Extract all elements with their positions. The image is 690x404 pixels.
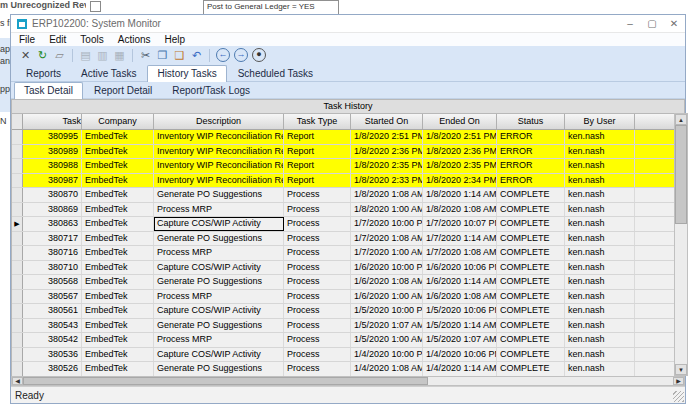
cell-task[interactable]: 380561	[23, 304, 82, 318]
cell-type[interactable]: Process	[284, 362, 351, 376]
cell-user[interactable]: ken.nash	[565, 130, 635, 144]
cell-task[interactable]: 380717	[23, 232, 82, 246]
cell-status[interactable]: COMPLETE	[497, 203, 565, 217]
table-row[interactable]: 380542EmbedTekProcess MRPProcess1/5/2020…	[12, 333, 674, 348]
cell-status[interactable]: ERROR	[497, 174, 565, 188]
cell-company[interactable]: EmbedTek	[82, 130, 154, 144]
cell-start[interactable]: 1/8/2020 1:00 AM	[351, 203, 423, 217]
table-row[interactable]: 380567EmbedTekProcess MRPProcess1/6/2020…	[12, 290, 674, 305]
cell-desc[interactable]: Inventory WIP Reconciliation Report	[154, 159, 284, 173]
table-row[interactable]: 380989EmbedTekInventory WIP Reconciliati…	[12, 145, 674, 160]
vertical-scrollbar[interactable]: ▲ ▼	[674, 113, 688, 376]
cell-company[interactable]: EmbedTek	[82, 275, 154, 289]
cell-company[interactable]: EmbedTek	[82, 261, 154, 275]
cell-status[interactable]: ERROR	[497, 145, 565, 159]
horizontal-scroll-track[interactable]	[428, 377, 673, 385]
row-selector[interactable]	[12, 130, 23, 144]
back-icon[interactable]: ←	[216, 48, 230, 62]
cell-fill[interactable]	[635, 145, 674, 159]
delete-icon[interactable]: ✕	[17, 47, 34, 63]
row-selector[interactable]	[12, 246, 23, 260]
cell-desc[interactable]: Generate PO Suggestions	[154, 362, 284, 376]
cell-task[interactable]: 380567	[23, 290, 82, 304]
cell-fill[interactable]	[635, 290, 674, 304]
cell-fill[interactable]	[635, 319, 674, 333]
cell-status[interactable]: COMPLETE	[497, 348, 565, 362]
cell-desc[interactable]: Capture COS/WIP Activity	[154, 261, 284, 275]
cell-status[interactable]: COMPLETE	[497, 304, 565, 318]
cell-type[interactable]: Process	[284, 188, 351, 202]
cell-task[interactable]: 380536	[23, 348, 82, 362]
cell-desc[interactable]: Generate PO Suggestions	[154, 188, 284, 202]
column-header-task[interactable]: Task	[23, 114, 82, 129]
cell-fill[interactable]	[635, 362, 674, 376]
cell-status[interactable]: COMPLETE	[497, 319, 565, 333]
cell-start[interactable]: 1/8/2020 2:36 PM	[351, 145, 423, 159]
cell-start[interactable]: 1/5/2020 10:00 PM	[351, 304, 423, 318]
row-selector[interactable]	[12, 145, 23, 159]
cell-end[interactable]: 1/8/2020 1:14 AM	[423, 188, 497, 202]
cell-start[interactable]: 1/7/2020 1:08 AM	[351, 232, 423, 246]
cell-task[interactable]: 380988	[23, 159, 82, 173]
row-selector[interactable]	[12, 319, 23, 333]
background-checkbox[interactable]	[90, 1, 101, 12]
cut-icon[interactable]: ✂	[137, 47, 154, 63]
undo-icon[interactable]: ↶	[188, 47, 205, 63]
cell-company[interactable]: EmbedTek	[82, 203, 154, 217]
cell-user[interactable]: ken.nash	[565, 333, 635, 347]
cell-company[interactable]: EmbedTek	[82, 362, 154, 376]
cell-company[interactable]: EmbedTek	[82, 333, 154, 347]
cell-company[interactable]: EmbedTek	[82, 246, 154, 260]
eraser-icon[interactable]: ▱	[51, 47, 68, 63]
cell-company[interactable]: EmbedTek	[82, 159, 154, 173]
cell-desc[interactable]: Inventory WIP Reconciliation Report	[154, 145, 284, 159]
scroll-left-icon[interactable]: ◀	[12, 377, 23, 385]
cell-end[interactable]: 1/6/2020 1:08 AM	[423, 290, 497, 304]
row-selector[interactable]	[12, 304, 23, 318]
cell-user[interactable]: ken.nash	[565, 159, 635, 173]
cell-end[interactable]: 1/4/2020 1:14 AM	[423, 362, 497, 376]
cell-status[interactable]: ERROR	[497, 159, 565, 173]
copy-icon[interactable]: ❐	[154, 47, 171, 63]
cell-task[interactable]: 380716	[23, 246, 82, 260]
cell-user[interactable]: ken.nash	[565, 203, 635, 217]
cell-company[interactable]: EmbedTek	[82, 319, 154, 333]
row-selector[interactable]	[12, 333, 23, 347]
cell-fill[interactable]	[635, 159, 674, 173]
cell-task[interactable]: 380543	[23, 319, 82, 333]
close-button[interactable]: ✕	[663, 16, 685, 31]
print-preview-icon[interactable]: ▥	[94, 47, 111, 63]
background-field-post-to-general-ledger[interactable]: Post to General Ledger = YES	[203, 0, 339, 15]
cell-start[interactable]: 1/7/2020 10:00 PM	[351, 217, 423, 231]
cell-desc[interactable]: Generate PO Suggestions	[154, 232, 284, 246]
cell-desc[interactable]: Capture COS/WIP Activity	[154, 217, 284, 231]
cell-company[interactable]: EmbedTek	[82, 290, 154, 304]
cell-end[interactable]: 1/6/2020 10:06 PM	[423, 261, 497, 275]
stop-icon[interactable]: ●	[252, 48, 266, 62]
scroll-down-icon[interactable]: ▼	[675, 364, 687, 375]
cell-task[interactable]: 380869	[23, 203, 82, 217]
cell-start[interactable]: 1/6/2020 1:08 AM	[351, 275, 423, 289]
cell-status[interactable]: COMPLETE	[497, 362, 565, 376]
cell-fill[interactable]	[635, 261, 674, 275]
table-row[interactable]: 380561EmbedTekCapture COS/WIP ActivityPr…	[12, 304, 674, 319]
cell-user[interactable]: ken.nash	[565, 275, 635, 289]
cell-fill[interactable]	[635, 348, 674, 362]
cell-status[interactable]: COMPLETE	[497, 261, 565, 275]
cell-type[interactable]: Process	[284, 217, 351, 231]
table-row[interactable]: 380988EmbedTekInventory WIP Reconciliati…	[12, 159, 674, 174]
row-selector[interactable]	[12, 159, 23, 173]
column-header-ended-on[interactable]: Ended On	[423, 114, 497, 129]
row-selector[interactable]: ▶	[12, 217, 23, 231]
cell-task[interactable]: 380526	[23, 362, 82, 376]
cell-company[interactable]: EmbedTek	[82, 348, 154, 362]
row-selector[interactable]	[12, 174, 23, 188]
menu-file[interactable]: File	[19, 33, 35, 46]
cell-user[interactable]: ken.nash	[565, 290, 635, 304]
column-header-by-user[interactable]: By User	[565, 114, 635, 129]
cell-type[interactable]: Process	[284, 290, 351, 304]
cell-company[interactable]: EmbedTek	[82, 304, 154, 318]
cell-status[interactable]: COMPLETE	[497, 275, 565, 289]
cell-company[interactable]: EmbedTek	[82, 232, 154, 246]
table-row[interactable]: 380870EmbedTekGenerate PO SuggestionsPro…	[12, 188, 674, 203]
